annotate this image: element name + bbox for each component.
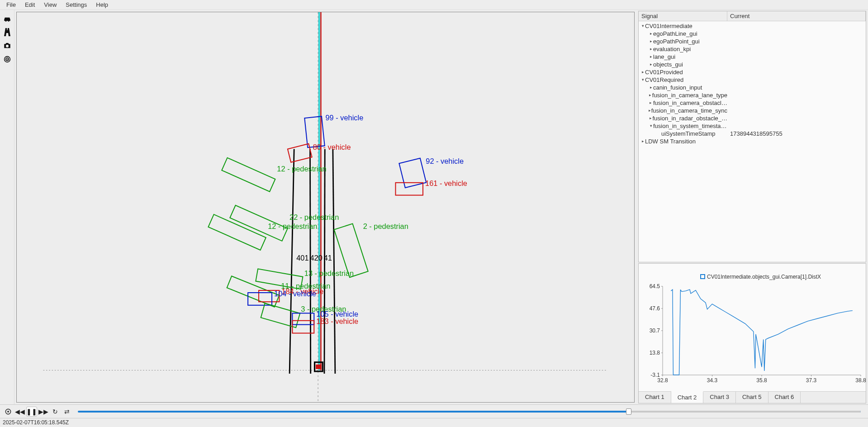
tree-value: [727, 138, 866, 145]
expand-icon[interactable]: ▸: [649, 38, 653, 45]
scene-object-label: 22 - pedestrian: [289, 213, 339, 221]
expand-icon[interactable]: ▾: [640, 76, 645, 84]
expand-icon[interactable]: ▸: [649, 53, 653, 61]
status-bar: 2025-02-07T16:05:18.545Z: [0, 418, 868, 427]
target-icon[interactable]: [1, 53, 13, 65]
tree-label: fusion_in_radar_obstacle_…: [653, 114, 728, 122]
tree-body: ▾CV01Intermediate▸egoPathLine_gui▸egoPat…: [639, 21, 866, 146]
scene-viewport-container: 4014204199 - vehicle80 - vehicle12 - ped…: [14, 10, 637, 404]
expand-icon[interactable]: ▸: [649, 84, 653, 91]
scene-viewport[interactable]: 4014204199 - vehicle80 - vehicle12 - ped…: [16, 12, 635, 403]
tree-label: fusion_in_camera_time_sync: [651, 107, 727, 114]
expand-icon[interactable]: ▸: [649, 99, 653, 107]
svg-rect-17: [288, 144, 312, 162]
tree-label: fusion_in_system_timesta…: [653, 122, 727, 130]
road-icon[interactable]: [1, 26, 13, 38]
signal-tree[interactable]: Signal Current ▾CV01Intermediate▸egoPath…: [638, 11, 866, 262]
right-panel: Signal Current ▾CV01Intermediate▸egoPath…: [637, 10, 868, 404]
svg-text:32.8: 32.8: [657, 377, 668, 384]
scene-object[interactable]: [261, 304, 300, 328]
scene-object[interactable]: [399, 158, 426, 188]
tree-row[interactable]: uiSystemTimeStamp1738944318595755: [639, 130, 866, 138]
menu-edit[interactable]: Edit: [20, 0, 39, 9]
tree-row[interactable]: ▸fusion_in_camera_obstacl…: [639, 99, 866, 107]
tree-row[interactable]: ▸egoPathLine_gui: [639, 30, 866, 38]
scene-object[interactable]: [288, 144, 312, 162]
camera-icon[interactable]: [1, 40, 13, 52]
chart-body[interactable]: CV01Intermediate.objects_gui.Camera[1].D…: [639, 264, 866, 391]
status-timestamp: 2025-02-07T16:05:18.545Z: [3, 419, 69, 426]
tab-chart-3[interactable]: Chart 3: [703, 392, 736, 403]
tree-row[interactable]: ▸lane_gui: [639, 53, 866, 61]
scene-object-label: 2 - pedestrian: [363, 222, 408, 230]
tree-row[interactable]: ▾fusion_in_system_timesta…: [639, 122, 866, 130]
svg-text:38.8: 38.8: [855, 377, 866, 384]
tab-chart-6[interactable]: Chart 6: [768, 392, 801, 403]
expand-icon[interactable]: ▸: [649, 30, 653, 38]
col-current[interactable]: Current: [727, 11, 866, 21]
tab-chart-1[interactable]: Chart 1: [639, 392, 671, 403]
tree-label: fusion_in_camera_obstacl…: [653, 99, 727, 107]
scene-object[interactable]: [208, 214, 266, 250]
forward-icon[interactable]: ▶▶: [38, 407, 49, 417]
chart-series: [671, 289, 853, 375]
scene-svg[interactable]: 4014204199 - vehicle80 - vehicle12 - ped…: [17, 12, 634, 402]
menu-file[interactable]: File: [2, 0, 20, 9]
left-toolbar: [0, 10, 14, 404]
tree-row[interactable]: ▾CV01Required: [639, 76, 866, 84]
menu-help[interactable]: Help: [91, 0, 113, 9]
expand-icon[interactable]: ▸: [649, 45, 653, 53]
chart-tabs: Chart 1 Chart 2 Chart 3 Chart 5 Chart 6: [639, 391, 866, 403]
timeline-slider[interactable]: [78, 411, 861, 413]
reload-icon[interactable]: ↻: [50, 407, 61, 417]
expand-icon[interactable]: ▸: [649, 61, 653, 68]
tree-row[interactable]: ▸fusion_in_camera_time_sync: [639, 107, 866, 114]
chart-legend: CV01Intermediate.objects_gui.Camera[1].D…: [707, 274, 821, 280]
vehicle-icon[interactable]: [1, 13, 13, 24]
tree-header: Signal Current: [639, 11, 866, 21]
tree-row[interactable]: ▸objects_gui: [639, 61, 866, 68]
tree-row[interactable]: ▸CV01Provided: [639, 68, 866, 76]
svg-text:37.3: 37.3: [806, 377, 817, 384]
tab-chart-2[interactable]: Chart 2: [671, 391, 704, 403]
menu-settings[interactable]: Settings: [61, 0, 91, 9]
pause-button[interactable]: ❚❚: [26, 407, 37, 417]
tree-label: objects_gui: [653, 61, 683, 68]
menu-view[interactable]: View: [39, 0, 61, 9]
tab-chart-5[interactable]: Chart 5: [736, 392, 768, 403]
tree-label: evaluation_kpi: [653, 45, 691, 53]
tree-row[interactable]: ▸egoPathPoint_gui: [639, 38, 866, 45]
tree-value: [727, 45, 866, 53]
expand-icon[interactable]: ▾: [640, 22, 645, 30]
scene-object-label: 92 - vehicle: [426, 157, 464, 165]
svg-text:13.8: 13.8: [650, 350, 660, 356]
tree-label: egoPathPoint_gui: [653, 38, 700, 45]
svg-rect-28: [261, 304, 300, 328]
tree-row[interactable]: ▸evaluation_kpi: [639, 45, 866, 53]
chart-svg[interactable]: CV01Intermediate.objects_gui.Camera[1].D…: [639, 264, 866, 391]
svg-rect-25: [227, 276, 280, 307]
scene-object[interactable]: [248, 293, 272, 305]
tree-row[interactable]: ▸fusion_in_camera_lane_type: [639, 91, 866, 99]
rewind-icon[interactable]: ◀◀: [14, 407, 25, 417]
tree-value: [727, 61, 866, 68]
svg-point-55: [7, 411, 9, 413]
scene-object[interactable]: [227, 276, 280, 307]
svg-text:34.3: 34.3: [707, 377, 718, 384]
tree-row[interactable]: ▸canin_fusion_input: [639, 84, 866, 91]
svg-text:41: 41: [324, 254, 332, 262]
expand-icon[interactable]: ▸: [640, 68, 645, 76]
tree-row[interactable]: ▾CV01Intermediate: [639, 22, 866, 30]
tree-value: [727, 30, 866, 38]
settings-gear-icon[interactable]: [3, 407, 14, 417]
loop-icon[interactable]: ⇄: [62, 407, 72, 417]
scene-object[interactable]: [222, 158, 275, 192]
expand-icon[interactable]: ▸: [649, 91, 652, 99]
tree-row[interactable]: ▸fusion_in_radar_obstacle_…: [639, 114, 866, 122]
expand-icon[interactable]: ▾: [649, 122, 653, 130]
expand-icon[interactable]: ▸: [640, 138, 645, 145]
tree-row[interactable]: ▸LDW SM Transition: [639, 138, 866, 145]
col-signal[interactable]: Signal: [639, 11, 727, 21]
expand-icon[interactable]: ▸: [649, 114, 653, 122]
timeline-thumb[interactable]: [626, 408, 631, 415]
